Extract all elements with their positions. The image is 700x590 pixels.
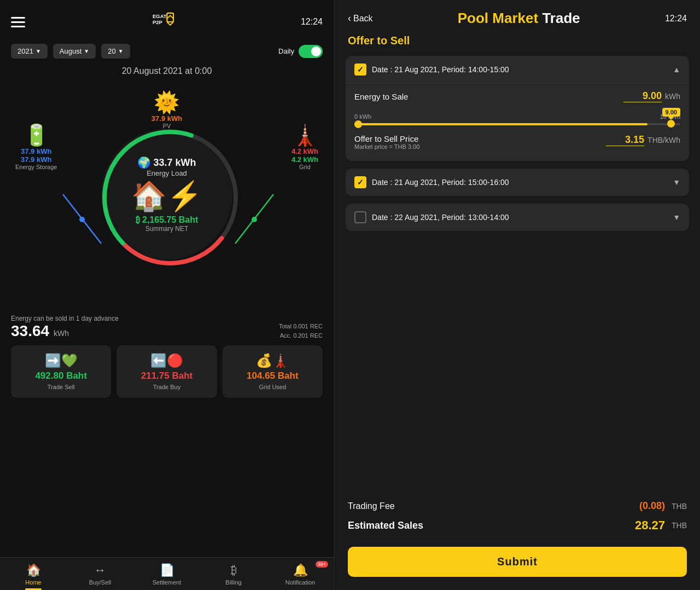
nav-buysell[interactable]: ↔️ Buy/Sell	[67, 563, 133, 586]
energy-unit: kWh	[665, 92, 680, 101]
home-icon: 🏠	[26, 563, 41, 577]
slider-thumb-right[interactable]: 9.00	[662, 108, 680, 128]
central-circle: 🌍 33.7 kWh Energy Load 🏠⚡ ₿ 2,165.75 Bah…	[101, 129, 232, 260]
back-button[interactable]: ‹ Back	[348, 13, 373, 24]
cards-row: ➡️💚 492.80 Baht Trade Sell ⬅️🔴 211.75 Ba…	[0, 340, 334, 403]
period-body-1: Energy to Sale kWh 0 kWh 10 kWh	[346, 83, 689, 161]
totals-section: Trading Fee (0.08) THB Estimated Sales 2…	[335, 488, 700, 541]
logo-icon: EGAT P2P	[151, 10, 175, 34]
ring-svg	[101, 129, 239, 267]
trade-sell-card: ➡️💚 492.80 Baht Trade Sell	[11, 345, 111, 398]
grid-used-icon: 💰🗼	[256, 353, 289, 368]
period-card-2: ✓ Date : 21 Aug 2021, Period: 15:00-16:0…	[346, 169, 689, 196]
grid-used-label: Grid Used	[259, 384, 287, 390]
period-header-2[interactable]: ✓ Date : 21 Aug 2021, Period: 15:00-16:0…	[346, 169, 689, 196]
month-arrow-icon: ▼	[84, 48, 89, 54]
estimated-unit: THB	[672, 521, 687, 530]
period-3-chevron-icon: ▼	[673, 213, 680, 222]
price-value-wrap: THB/kWh	[606, 134, 680, 146]
left-panel: EGAT P2P 12:24 2021 ▼ August ▼ 20 ▼ Dail…	[0, 0, 334, 590]
period-1-checkbox[interactable]: ✓	[354, 63, 366, 76]
svg-point-7	[252, 217, 257, 222]
back-label: Back	[353, 14, 373, 24]
right-time: 12:24	[665, 14, 687, 24]
day-arrow-icon: ▼	[118, 48, 124, 54]
bottom-info: Energy can be sold in 1 day advance 33.6…	[0, 309, 334, 340]
trade-buy-value: 211.75 Baht	[141, 371, 193, 381]
trade-buy-icon: ⬅️🔴	[150, 353, 183, 368]
price-label: Offer to Sell Price	[354, 134, 419, 143]
hamburger-menu[interactable]	[11, 17, 25, 27]
slider-thumb-left[interactable]	[354, 120, 362, 128]
period-3-checkbox[interactable]	[354, 211, 366, 223]
daily-toggle-wrap: Daily	[278, 45, 323, 58]
billing-icon: ₿	[231, 563, 237, 577]
month-filter[interactable]: August ▼	[53, 44, 96, 59]
trading-fee-label: Trading Fee	[348, 501, 395, 511]
grid-node: 🗼 4.2 kWh 4.2 kWh Grid	[291, 123, 318, 170]
nav-home-label: Home	[25, 579, 41, 586]
price-row: Offer to Sell Price Market price = THB 3…	[354, 130, 680, 152]
trade-sell-value: 492.80 Baht	[35, 371, 87, 381]
checkmark-icon: ✓	[357, 65, 364, 74]
price-input[interactable]	[606, 134, 644, 146]
left-header: EGAT P2P 12:24	[0, 0, 334, 39]
battery-icon: 🔋	[24, 123, 49, 147]
year-filter[interactable]: 2021 ▼	[11, 44, 48, 59]
trade-sell-label: Trade Sell	[48, 384, 75, 390]
energy-value-wrap: kWh	[623, 90, 680, 102]
left-time: 12:24	[301, 17, 323, 27]
slider-min-label: 0 kWh	[354, 113, 371, 120]
slider-bubble: 9.00	[662, 108, 680, 117]
nav-settlement[interactable]: 📄 Settlement	[133, 563, 200, 586]
nav-notification-label: Notification	[285, 579, 315, 586]
right-header: ‹ Back Pool Market Trade 12:24	[335, 0, 700, 32]
period-1-date: Date : 21 Aug 2021, Period: 14:00-15:00	[372, 65, 509, 74]
trading-fee-row: Trading Fee (0.08) THB	[348, 497, 687, 515]
buysell-icon: ↔️	[94, 563, 106, 577]
energy-label: Energy to Sale	[354, 92, 408, 101]
slider-track[interactable]: 9.00	[354, 123, 680, 125]
price-sub: Market price = THB 3.00	[354, 143, 419, 150]
period-header-3[interactable]: Date : 22 Aug 2021, Period: 13:00-14:00 …	[346, 204, 689, 231]
svg-text:P2P: P2P	[153, 19, 163, 25]
estimated-value: 28.27	[635, 518, 665, 533]
offer-label: Offer to Sell	[335, 32, 700, 56]
period-3-date: Date : 22 Aug 2021, Period: 13:00-14:00	[372, 213, 509, 222]
nav-settlement-label: Settlement	[153, 579, 182, 586]
battery-node: 🔋 37.9 kWh 37.9 kWh Energy Storage	[15, 123, 57, 170]
nav-home[interactable]: 🏠 Home	[0, 563, 67, 586]
rec-total: Total 0.001 REC	[279, 322, 323, 331]
slider-dot	[667, 120, 675, 128]
grid-used-value: 104.65 Baht	[247, 371, 299, 381]
period-2-date: Date : 21 Aug 2021, Period: 15:00-16:00	[372, 178, 509, 187]
date-label: 20 August 2021 at 0:00	[0, 63, 334, 79]
price-label-wrap: Offer to Sell Price Market price = THB 3…	[354, 134, 419, 150]
energy-diagram: 🔋 37.9 kWh 37.9 kWh Energy Storage 🌞 37.…	[0, 79, 334, 309]
period-2-chevron-icon: ▼	[673, 178, 680, 187]
checkmark-icon-2: ✓	[357, 178, 364, 187]
submit-button[interactable]: Submit	[348, 547, 687, 577]
slider-labels: 0 kWh 10 kWh	[354, 113, 680, 120]
trade-buy-card: ⬅️🔴 211.75 Baht Trade Buy	[116, 345, 217, 398]
period-2-checkbox[interactable]: ✓	[354, 176, 366, 188]
nav-buysell-label: Buy/Sell	[89, 579, 111, 586]
battery-value1: 37.9 kWh	[21, 147, 51, 155]
sold-unit: kWh	[54, 329, 69, 338]
slider-fill	[354, 123, 648, 125]
estimated-label: Estimated Sales	[348, 520, 423, 531]
daily-toggle[interactable]	[299, 45, 323, 58]
period-header-1[interactable]: ✓ Date : 21 Aug 2021, Period: 14:00-15:0…	[346, 56, 689, 83]
nav-billing[interactable]: ₿ Billing	[200, 563, 267, 586]
grid-value2: 4.2 kWh	[291, 155, 318, 164]
energy-input[interactable]	[623, 90, 662, 102]
sold-value: 33.64	[11, 322, 49, 340]
day-filter[interactable]: 20 ▼	[101, 44, 130, 59]
battery-value2: 37.9 kWh	[21, 155, 51, 164]
svg-point-6	[79, 217, 85, 222]
energy-field-row: Energy to Sale kWh	[354, 84, 680, 105]
year-arrow-icon: ▼	[36, 48, 41, 54]
right-title: Pool Market Trade	[458, 10, 580, 27]
logo: EGAT P2P	[151, 10, 175, 34]
nav-notification[interactable]: 🔔 Notification 99+	[267, 563, 334, 586]
